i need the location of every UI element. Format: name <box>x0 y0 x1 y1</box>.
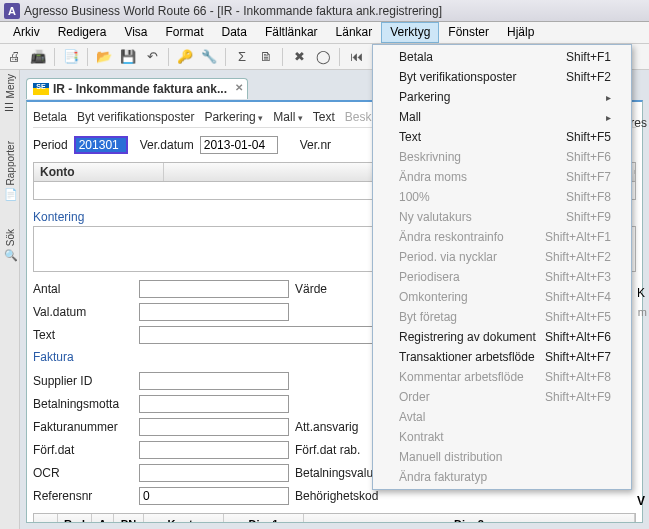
menu-item-mall[interactable]: Mall <box>375 107 629 127</box>
document-tab[interactable]: SE IR - Inkommande faktura ank... ✕ <box>26 78 248 99</box>
konto-column[interactable]: Konto <box>34 163 164 181</box>
first-icon[interactable]: ⏮ <box>346 47 366 67</box>
submenu-arrow-icon <box>606 110 611 124</box>
menu-item-shortcut: Shift+Alt+F1 <box>545 230 611 244</box>
menu-item-byt-f-retag: Byt företagShift+Alt+F5 <box>375 307 629 327</box>
referensnr-input[interactable] <box>139 487 289 505</box>
antal-label: Antal <box>33 282 133 296</box>
menu-item-label: Avtal <box>399 410 425 424</box>
menu-lankar[interactable]: Länkar <box>327 22 382 43</box>
menu-data[interactable]: Data <box>213 22 256 43</box>
valdatum-input[interactable] <box>139 303 289 321</box>
toolbar-separator <box>339 48 340 66</box>
toolbar-separator <box>225 48 226 66</box>
menu-item-label: Manuell distribution <box>399 450 502 464</box>
wrench-icon[interactable]: 🔧 <box>199 47 219 67</box>
inner-parkering[interactable]: Parkering <box>204 110 263 124</box>
menu-item-label: Parkering <box>399 90 450 104</box>
menu-item-omkontering: OmkonteringShift+Alt+F4 <box>375 287 629 307</box>
col-konto[interactable]: Konto <box>144 514 224 523</box>
fragment-v: V <box>637 494 645 508</box>
menu-item-shortcut: Shift+Alt+F6 <box>545 330 611 344</box>
undo-icon[interactable]: ↶ <box>142 47 162 67</box>
menu-item-text[interactable]: TextShift+F5 <box>375 127 629 147</box>
supplierid-input[interactable] <box>139 372 289 390</box>
fragment-m: m <box>638 306 647 318</box>
doc-icon[interactable]: 🗎 <box>256 47 276 67</box>
menu-item-kommentar-arbetsfl-de: Kommentar arbetsflödeShift+Alt+F8 <box>375 367 629 387</box>
menu-item-parkering[interactable]: Parkering <box>375 87 629 107</box>
menu-verktyg[interactable]: Verktyg <box>381 22 439 43</box>
menu-item-shortcut: Shift+F6 <box>566 150 611 164</box>
verdatum-label: Ver.datum <box>140 138 194 152</box>
menu-item-label: Kommentar arbetsflöde <box>399 370 524 384</box>
referensnr-label: Referensnr <box>33 489 133 503</box>
menu-visa[interactable]: Visa <box>115 22 156 43</box>
key-icon[interactable]: 🔑 <box>175 47 195 67</box>
open-icon[interactable]: 📂 <box>94 47 114 67</box>
inner-text[interactable]: Text <box>313 110 335 124</box>
menu-arkiv[interactable]: Arkiv <box>4 22 49 43</box>
rail-label: Meny <box>4 74 15 98</box>
menu-item-label: Mall <box>399 110 421 124</box>
printer-icon[interactable]: 📠 <box>28 47 48 67</box>
forfdat-input[interactable] <box>139 441 289 459</box>
save-icon[interactable]: 💾 <box>118 47 138 67</box>
circle-icon[interactable]: ◯ <box>313 47 333 67</box>
search-icon: 🔍 <box>4 249 16 261</box>
menu-item-label: Order <box>399 390 430 404</box>
menu-item-label: Transaktioner arbetsflöde <box>399 350 535 364</box>
sigma-icon[interactable]: Σ <box>232 47 252 67</box>
fragment-res: res <box>630 116 647 130</box>
delete-icon[interactable]: ✖ <box>289 47 309 67</box>
print-icon[interactable]: 🖨 <box>4 47 24 67</box>
inner-mall[interactable]: Mall <box>273 110 303 124</box>
rail-search[interactable]: 🔍 Sök <box>4 229 16 261</box>
period-label: Period <box>33 138 68 152</box>
menu-faltlankar[interactable]: Fältlänkar <box>256 22 327 43</box>
inner-bytverif[interactable]: Byt verifikationsposter <box>77 110 194 124</box>
col-selector[interactable] <box>34 514 58 523</box>
menu-item-kontrakt: Kontrakt <box>375 427 629 447</box>
menu-icon: ☰ <box>4 101 16 113</box>
menu-item-transaktioner-arbetsfl-de[interactable]: Transaktioner arbetsflödeShift+Alt+F7 <box>375 347 629 367</box>
menu-redigera[interactable]: Redigera <box>49 22 116 43</box>
inner-betala[interactable]: Betala <box>33 110 67 124</box>
menu-item-order: OrderShift+Alt+F9 <box>375 387 629 407</box>
menu-item-periodisera: PeriodiseraShift+Alt+F3 <box>375 267 629 287</box>
menu-item-label: 100% <box>399 190 430 204</box>
menu-item-shortcut: Shift+Alt+F3 <box>545 270 611 284</box>
menu-item-byt-verifikationsposter[interactable]: Byt verifikationsposterShift+F2 <box>375 67 629 87</box>
col-dim2[interactable]: Dim 2 <box>304 514 635 523</box>
menu-item--ndra-moms: Ändra momsShift+F7 <box>375 167 629 187</box>
rail-reports[interactable]: 📄 Rapporter <box>4 141 16 200</box>
col-rad[interactable]: Rad <box>58 514 92 523</box>
antal-input[interactable] <box>139 280 289 298</box>
menu-item-beskrivning: BeskrivningShift+F6 <box>375 147 629 167</box>
col-a[interactable]: A <box>92 514 114 523</box>
toolbar-separator <box>282 48 283 66</box>
menu-format[interactable]: Format <box>157 22 213 43</box>
rail-menu[interactable]: ☰ Meny <box>4 74 16 113</box>
menu-item-betala[interactable]: BetalaShift+F1 <box>375 47 629 67</box>
rail-label: Rapporter <box>4 141 15 185</box>
menu-hjalp[interactable]: Hjälp <box>498 22 543 43</box>
verdatum-input[interactable] <box>200 136 278 154</box>
menu-fonster[interactable]: Fönster <box>439 22 498 43</box>
menu-item--ndra-fakturatyp: Ändra fakturatyp <box>375 467 629 487</box>
menu-item-shortcut: Shift+Alt+F9 <box>545 390 611 404</box>
lines-grid: Rad A PN Konto Dim 1 Dim 2 1 <box>33 513 636 523</box>
submenu-arrow-icon <box>606 90 611 104</box>
fakturanummer-input[interactable] <box>139 418 289 436</box>
col-pn[interactable]: PN <box>114 514 144 523</box>
ocr-input[interactable] <box>139 464 289 482</box>
col-dim1[interactable]: Dim 1 <box>224 514 304 523</box>
close-icon[interactable]: ✕ <box>235 82 243 93</box>
menu-item-registrering-av-dokument[interactable]: Registrering av dokumentShift+Alt+F6 <box>375 327 629 347</box>
menu-item-shortcut: Shift+F7 <box>566 170 611 184</box>
period-input[interactable] <box>74 136 128 154</box>
menu-item-shortcut: Shift+F1 <box>566 50 611 64</box>
report-icon[interactable]: 📑 <box>61 47 81 67</box>
betalningsmotta-input[interactable] <box>139 395 289 413</box>
menu-item-shortcut: Shift+Alt+F8 <box>545 370 611 384</box>
